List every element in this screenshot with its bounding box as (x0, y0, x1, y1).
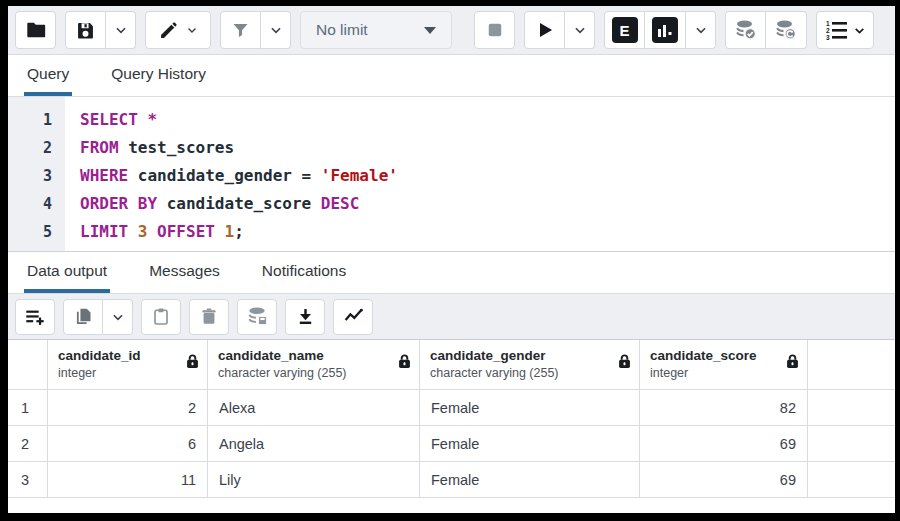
sql-token: 'Female' (321, 166, 398, 185)
download-csv-icon (295, 306, 316, 327)
sql-token: test_scores (119, 138, 235, 157)
cell-candidate-name[interactable]: Alexa (208, 390, 420, 425)
line-number: 4 (8, 190, 52, 218)
commit-button (725, 11, 766, 49)
column-header-candidate-score[interactable]: candidate_score integer (640, 340, 808, 389)
column-name: candidate_gender (430, 347, 559, 365)
cell-candidate-gender[interactable]: Female (420, 426, 640, 461)
macros-chevron-icon (853, 24, 866, 37)
sql-token: DESC (321, 194, 360, 213)
sql-token: WHERE (80, 166, 128, 185)
filter-button[interactable] (220, 11, 261, 49)
copy-button-group (63, 299, 133, 335)
sql-token: 1 (225, 222, 235, 241)
column-type: integer (58, 365, 141, 381)
cell-candidate-name[interactable]: Lily (208, 462, 420, 497)
column-header-text: candidate_name character varying (255) (218, 347, 347, 381)
open-file-button[interactable] (15, 11, 56, 49)
explain-options-button[interactable] (686, 11, 716, 49)
row-limit-value: No limit (316, 21, 368, 39)
graph-visualiser-icon (342, 306, 365, 327)
lock-icon (398, 353, 411, 369)
explain-button[interactable]: E (604, 11, 645, 49)
filter-button-group (220, 11, 291, 49)
column-header-candidate-name[interactable]: candidate_name character varying (255) (208, 340, 420, 389)
save-options-button[interactable] (106, 11, 136, 49)
table-row[interactable]: 2 6 Angela Female 69 (8, 426, 895, 462)
sql-line: FROM test_scores (80, 134, 398, 162)
edit-menu-icon (158, 20, 179, 41)
execute-button-group (524, 11, 595, 49)
cell-candidate-id[interactable]: 11 (48, 462, 208, 497)
svg-text:3: 3 (826, 34, 830, 41)
cell-candidate-gender[interactable]: Female (420, 462, 640, 497)
column-header-text: candidate_id integer (58, 347, 141, 381)
cell-candidate-gender[interactable]: Female (420, 390, 640, 425)
tab-messages[interactable]: Messages (146, 252, 223, 293)
explain-analyze-button[interactable] (645, 11, 686, 49)
column-name: candidate_name (218, 347, 347, 365)
sql-line: ORDER BY candidate_score DESC (80, 190, 398, 218)
tab-query[interactable]: Query (24, 55, 72, 96)
cell-candidate-name[interactable]: Angela (208, 426, 420, 461)
cell-candidate-score[interactable]: 69 (640, 426, 808, 461)
save-file-button[interactable] (65, 11, 106, 49)
stop-button (474, 11, 515, 49)
tab-query-history[interactable]: Query History (108, 55, 209, 96)
row-number-cell[interactable]: 2 (8, 426, 48, 461)
row-limit-caret-icon (424, 27, 436, 34)
column-header-candidate-gender[interactable]: candidate_gender character varying (255) (420, 340, 640, 389)
column-header-candidate-id[interactable]: candidate_id integer (48, 340, 208, 389)
save-options-chevron-icon (114, 23, 128, 37)
filter-options-button[interactable] (261, 11, 291, 49)
cell-candidate-id[interactable]: 2 (48, 390, 208, 425)
grid-corner-cell[interactable] (8, 340, 48, 389)
sql-code[interactable]: SELECT * FROM test_scores WHERE candidat… (65, 97, 398, 251)
rollback-icon (774, 18, 798, 42)
row-limit-select[interactable]: No limit (300, 11, 452, 49)
cell-candidate-score[interactable]: 82 (640, 390, 808, 425)
sql-token: OFFSET (157, 222, 215, 241)
lock-icon (186, 353, 199, 369)
line-number: 2 (8, 134, 52, 162)
tab-notifications[interactable]: Notifications (259, 252, 349, 293)
cell-candidate-id[interactable]: 6 (48, 426, 208, 461)
save-data-changes-button (237, 299, 277, 335)
table-row[interactable]: 3 11 Lily Female 69 (8, 462, 895, 498)
macros-icon: 1 2 3 (825, 19, 851, 41)
save-file-icon (75, 20, 96, 41)
table-row[interactable]: 1 2 Alexa Female 82 (8, 390, 895, 426)
execute-options-button[interactable] (565, 11, 595, 49)
stop-icon (485, 20, 505, 40)
add-row-button[interactable] (15, 299, 55, 335)
cell-candidate-score[interactable]: 69 (640, 462, 808, 497)
copy-button[interactable] (63, 299, 103, 335)
tab-data-output[interactable]: Data output (24, 252, 110, 293)
line-number: 3 (8, 162, 52, 190)
execute-button[interactable] (524, 11, 565, 49)
sql-token (138, 110, 148, 129)
delete-row-button (189, 299, 229, 335)
sql-line: WHERE candidate_gender = 'Female' (80, 162, 398, 190)
paste-button (141, 299, 181, 335)
sql-token (147, 222, 157, 241)
macros-button[interactable]: 1 2 3 (816, 11, 874, 49)
sql-token: candidate_score (157, 194, 321, 213)
sql-editor[interactable]: 1 2 3 4 5 SELECT * FROM test_scores WHER… (8, 97, 895, 252)
explain-icon: E (612, 17, 638, 43)
copy-options-button[interactable] (103, 299, 133, 335)
save-button-group (65, 11, 136, 49)
graph-visualiser-button[interactable] (333, 299, 373, 335)
column-name: candidate_score (650, 347, 757, 365)
edit-menu-button[interactable] (145, 11, 211, 49)
download-csv-button[interactable] (285, 299, 325, 335)
sql-token (128, 222, 138, 241)
column-type: character varying (255) (430, 365, 559, 381)
grid-header-row: candidate_id integer candidate_name char… (8, 340, 895, 390)
row-number-cell[interactable]: 3 (8, 462, 48, 497)
row-number-cell[interactable]: 1 (8, 390, 48, 425)
transaction-button-group (725, 11, 807, 49)
edit-menu-chevron-icon (186, 24, 198, 36)
sql-token: ; (234, 222, 244, 241)
explain-options-chevron-icon (694, 23, 708, 37)
